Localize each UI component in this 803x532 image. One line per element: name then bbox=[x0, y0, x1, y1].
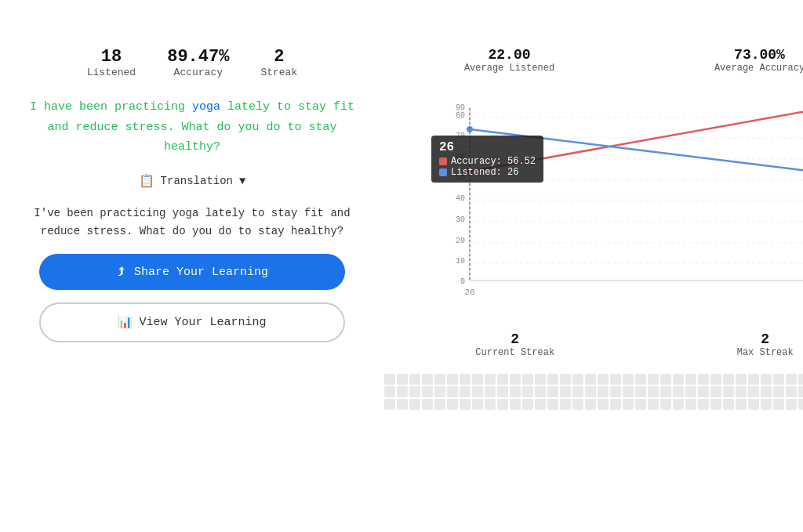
sentence-before: I have been practicing bbox=[30, 100, 192, 114]
avg-listened-value: 22.00 bbox=[488, 47, 530, 63]
activity-square bbox=[660, 386, 671, 397]
view-button[interactable]: 📊 View Your Learning bbox=[39, 302, 345, 342]
activity-square bbox=[572, 399, 583, 410]
activity-square bbox=[485, 386, 496, 397]
activity-square bbox=[648, 386, 659, 397]
activity-square bbox=[698, 374, 709, 385]
translation-text: I've been practicing yoga lately to stay… bbox=[24, 204, 361, 242]
activity-square bbox=[698, 386, 709, 397]
activity-square bbox=[560, 386, 571, 397]
activity-square bbox=[434, 374, 445, 385]
avg-accuracy-stat: 73.00% Average Accuracy bbox=[714, 47, 803, 74]
activity-square bbox=[635, 374, 646, 385]
accuracy-value: 89.47% bbox=[167, 47, 229, 67]
activity-square bbox=[736, 386, 747, 397]
svg-text:20: 20 bbox=[456, 237, 465, 245]
activity-square bbox=[409, 386, 420, 397]
activity-square bbox=[773, 386, 784, 397]
activity-square bbox=[610, 399, 621, 410]
activity-square bbox=[384, 386, 395, 397]
activity-square bbox=[648, 399, 659, 410]
main-container: 18 Listened 89.47% Accuracy 2 Streak I h… bbox=[0, 16, 803, 532]
svg-text:30: 30 bbox=[456, 215, 465, 224]
activity-square bbox=[748, 386, 759, 397]
current-streak-label: Current Streak bbox=[475, 347, 554, 358]
activity-square bbox=[761, 374, 772, 385]
translation-toggle-label: Translation bbox=[161, 175, 233, 187]
activity-square bbox=[422, 399, 433, 410]
activity-square bbox=[723, 386, 734, 397]
current-streak: 2 Current Streak bbox=[475, 331, 554, 358]
activity-square bbox=[522, 386, 533, 397]
chart-header: 22.00 Average Listened 73.00% Average Ac… bbox=[384, 47, 803, 74]
listened-label: Listened bbox=[87, 67, 136, 78]
activity-square bbox=[384, 399, 395, 410]
activity-square bbox=[472, 374, 483, 385]
activity-square bbox=[497, 399, 508, 410]
activity-square bbox=[409, 374, 420, 385]
activity-square bbox=[422, 374, 433, 385]
svg-text:50: 50 bbox=[456, 174, 465, 183]
share-icon: ⮭ bbox=[116, 265, 128, 279]
activity-square bbox=[761, 386, 772, 397]
activity-square bbox=[497, 374, 508, 385]
share-label: Share Your Learning bbox=[134, 266, 268, 279]
activity-square bbox=[447, 374, 458, 385]
activity-square bbox=[698, 399, 709, 410]
activity-square bbox=[535, 374, 546, 385]
activity-square bbox=[522, 374, 533, 385]
sentence-display: I have been practicing yoga lately to st… bbox=[24, 97, 361, 157]
activity-square bbox=[710, 386, 721, 397]
streak-value: 2 bbox=[274, 47, 284, 67]
activity-square bbox=[535, 399, 546, 410]
listened-value: 18 bbox=[101, 47, 122, 67]
left-panel: 18 Listened 89.47% Accuracy 2 Streak I h… bbox=[24, 47, 361, 342]
activity-square bbox=[635, 399, 646, 410]
sentence-highlight: yoga bbox=[192, 100, 220, 114]
share-button[interactable]: ⮭ Share Your Learning bbox=[39, 254, 345, 290]
activity-square bbox=[598, 399, 609, 410]
activity-square bbox=[510, 386, 521, 397]
activity-square bbox=[472, 386, 483, 397]
svg-text:40: 40 bbox=[456, 194, 465, 203]
activity-square bbox=[798, 399, 803, 410]
activity-square bbox=[560, 374, 571, 385]
activity-square bbox=[522, 399, 533, 410]
activity-square bbox=[585, 374, 596, 385]
avg-listened-label: Average Listened bbox=[464, 63, 554, 74]
activity-square bbox=[623, 399, 634, 410]
activity-square bbox=[786, 386, 797, 397]
right-panel: 22.00 Average Listened 73.00% Average Ac… bbox=[384, 47, 803, 410]
svg-line-33 bbox=[470, 129, 803, 172]
activity-square bbox=[422, 386, 433, 397]
activity-square bbox=[447, 399, 458, 410]
translation-toggle-button[interactable]: 📋 Translation ▼ bbox=[133, 170, 253, 192]
activity-square bbox=[560, 399, 571, 410]
activity-square bbox=[397, 399, 408, 410]
streak-section: 2 Current Streak 2 Max Streak bbox=[384, 331, 803, 358]
activity-square bbox=[585, 399, 596, 410]
max-streak-value: 2 bbox=[761, 331, 769, 347]
avg-accuracy-value: 73.00% bbox=[734, 47, 785, 63]
svg-text:90: 90 bbox=[456, 103, 465, 112]
activity-square bbox=[786, 374, 797, 385]
svg-text:0: 0 bbox=[460, 277, 465, 286]
activity-square bbox=[736, 374, 747, 385]
svg-text:80: 80 bbox=[456, 111, 465, 120]
activity-square bbox=[773, 399, 784, 410]
activity-square bbox=[660, 374, 671, 385]
avg-accuracy-label: Average Accuracy bbox=[714, 63, 803, 74]
activity-square bbox=[598, 386, 609, 397]
current-streak-value: 2 bbox=[511, 331, 519, 347]
activity-square bbox=[572, 374, 583, 385]
stat-streak: 2 Streak bbox=[260, 47, 297, 78]
activity-square bbox=[685, 374, 696, 385]
activity-square bbox=[535, 386, 546, 397]
activity-square bbox=[434, 399, 445, 410]
activity-square bbox=[397, 374, 408, 385]
svg-text:60: 60 bbox=[456, 153, 465, 161]
activity-square bbox=[547, 386, 558, 397]
activity-square bbox=[798, 374, 803, 385]
activity-square bbox=[786, 399, 797, 410]
activity-square bbox=[485, 374, 496, 385]
